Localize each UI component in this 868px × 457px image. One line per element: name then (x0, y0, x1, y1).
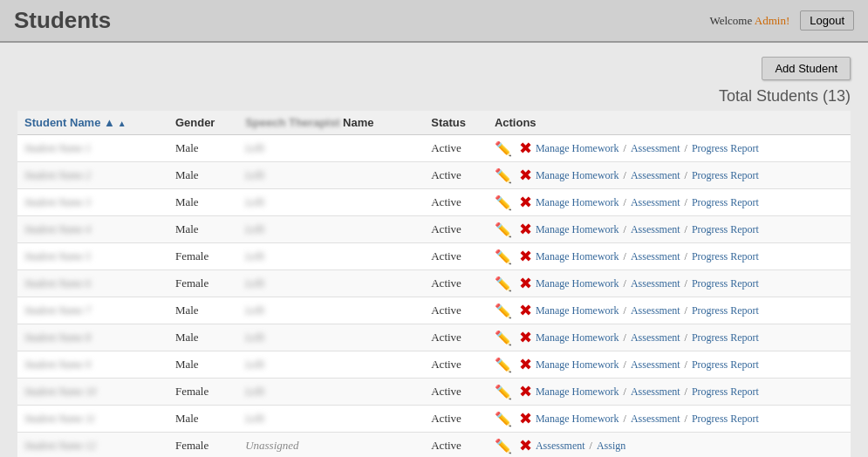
delete-icon[interactable]: ✖ (519, 328, 532, 347)
delete-icon[interactable]: ✖ (519, 301, 532, 320)
action-links: Manage Homework / Assessment / Progress … (536, 304, 759, 317)
action-separator: / (682, 385, 690, 398)
progress-report-link[interactable]: Progress Report (692, 413, 759, 425)
manage-homework-link[interactable]: Manage Homework (536, 385, 619, 398)
assign-link[interactable]: Assign (597, 440, 625, 452)
assessment-link[interactable]: Assessment (631, 142, 680, 154)
progress-report-link[interactable]: Progress Report (692, 142, 759, 154)
manage-homework-link[interactable]: Manage Homework (536, 142, 619, 154)
table-row: Student Name 1MaleLelliActive✏️✖Manage H… (17, 135, 851, 162)
manage-homework-link[interactable]: Manage Homework (536, 169, 619, 181)
delete-icon[interactable]: ✖ (519, 139, 532, 158)
assessment-link[interactable]: Assessment (631, 358, 680, 371)
delete-icon[interactable]: ✖ (519, 355, 532, 374)
action-separator: / (621, 196, 629, 208)
manage-homework-link[interactable]: Manage Homework (536, 223, 619, 235)
assessment-link[interactable]: Assessment (631, 250, 680, 263)
manage-homework-link[interactable]: Manage Homework (536, 277, 619, 290)
edit-icon[interactable]: ✏️ (495, 411, 512, 427)
edit-icon[interactable]: ✏️ (495, 357, 512, 373)
table-header-row: Student Name ▲ Gender Speech Therapist N… (17, 111, 851, 135)
manage-homework-link[interactable]: Manage Homework (536, 331, 619, 344)
manage-homework-link[interactable]: Manage Homework (536, 358, 619, 371)
delete-icon[interactable]: ✖ (519, 193, 532, 212)
admin-link[interactable]: Admin! (755, 14, 789, 27)
assessment-link[interactable]: Assessment (631, 413, 680, 425)
action-icons: ✏️✖Manage Homework / Assessment / Progre… (495, 193, 844, 212)
assessment-link[interactable]: Assessment (631, 304, 680, 317)
student-actions-cell: ✏️✖Assessment / Assign (488, 433, 851, 458)
progress-report-link[interactable]: Progress Report (692, 331, 759, 344)
action-separator: / (621, 277, 629, 290)
therapist-name: Lelli (245, 196, 264, 208)
delete-icon[interactable]: ✖ (519, 274, 532, 293)
delete-icon[interactable]: ✖ (519, 409, 532, 428)
action-separator: / (682, 196, 690, 208)
student-name-cell: Student Name 1 (17, 135, 168, 162)
action-separator: / (682, 358, 690, 371)
student-gender-cell: Male (168, 351, 238, 379)
edit-icon[interactable]: ✏️ (495, 438, 512, 454)
student-status-cell: Active (424, 135, 488, 162)
action-separator: / (621, 413, 629, 425)
action-icons: ✏️✖Assessment / Assign (495, 436, 844, 455)
therapist-name-cell: Lelli (238, 135, 424, 162)
add-student-button[interactable]: Add Student (762, 57, 851, 80)
manage-homework-link[interactable]: Manage Homework (536, 413, 619, 425)
progress-report-link[interactable]: Progress Report (692, 169, 759, 181)
edit-icon[interactable]: ✏️ (495, 330, 512, 346)
col-status: Status (424, 111, 488, 135)
student-name: Student Name 10 (24, 385, 96, 398)
table-row: Student Name 6FemaleLelliActive✏️✖Manage… (17, 270, 851, 297)
progress-report-link[interactable]: Progress Report (692, 196, 759, 208)
action-separator: / (682, 169, 690, 181)
student-actions-cell: ✏️✖Manage Homework / Assessment / Progre… (488, 351, 851, 379)
delete-icon[interactable]: ✖ (519, 247, 532, 266)
edit-icon[interactable]: ✏️ (495, 140, 512, 157)
table-row: Student Name 5FemaleLelliActive✏️✖Manage… (17, 243, 851, 270)
edit-icon[interactable]: ✏️ (495, 249, 512, 265)
student-gender-cell: Female (168, 243, 238, 270)
delete-icon[interactable]: ✖ (519, 436, 532, 455)
edit-icon[interactable]: ✏️ (495, 194, 512, 211)
therapist-name: Lelli (245, 358, 264, 371)
assessment-link[interactable]: Assessment (536, 440, 585, 452)
progress-report-link[interactable]: Progress Report (692, 358, 759, 371)
action-links: Manage Homework / Assessment / Progress … (536, 250, 759, 263)
progress-report-link[interactable]: Progress Report (692, 304, 759, 317)
assessment-link[interactable]: Assessment (631, 223, 680, 235)
therapist-name: Lelli (245, 250, 264, 263)
manage-homework-link[interactable]: Manage Homework (536, 250, 619, 263)
progress-report-link[interactable]: Progress Report (692, 250, 759, 263)
edit-icon[interactable]: ✏️ (495, 222, 512, 238)
col-name[interactable]: Student Name ▲ (17, 111, 168, 135)
student-name-cell: Student Name 7 (17, 297, 168, 324)
student-actions-cell: ✏️✖Manage Homework / Assessment / Progre… (488, 189, 851, 216)
logout-button[interactable]: Logout (800, 10, 854, 31)
manage-homework-link[interactable]: Manage Homework (536, 196, 619, 208)
assessment-link[interactable]: Assessment (631, 196, 680, 208)
student-gender-cell: Male (168, 189, 238, 216)
delete-icon[interactable]: ✖ (519, 382, 532, 401)
delete-icon[interactable]: ✖ (519, 166, 532, 185)
edit-icon[interactable]: ✏️ (495, 167, 512, 184)
progress-report-link[interactable]: Progress Report (692, 277, 759, 290)
edit-icon[interactable]: ✏️ (495, 276, 512, 292)
manage-homework-link[interactable]: Manage Homework (536, 304, 619, 317)
delete-icon[interactable]: ✖ (519, 220, 532, 239)
page-title: Students (14, 7, 111, 34)
student-name: Student Name 4 (24, 223, 91, 235)
assessment-link[interactable]: Assessment (631, 331, 680, 344)
progress-report-link[interactable]: Progress Report (692, 223, 759, 235)
progress-report-link[interactable]: Progress Report (692, 385, 759, 398)
edit-icon[interactable]: ✏️ (495, 384, 512, 400)
assessment-link[interactable]: Assessment (631, 169, 680, 181)
assessment-link[interactable]: Assessment (631, 385, 680, 398)
student-gender-cell: Male (168, 297, 238, 324)
student-actions-cell: ✏️✖Manage Homework / Assessment / Progre… (488, 270, 851, 297)
assessment-link[interactable]: Assessment (631, 277, 680, 290)
student-name-cell: Student Name 3 (17, 189, 168, 216)
edit-icon[interactable]: ✏️ (495, 303, 512, 319)
action-separator: / (621, 223, 629, 235)
action-icons: ✏️✖Manage Homework / Assessment / Progre… (495, 274, 844, 293)
